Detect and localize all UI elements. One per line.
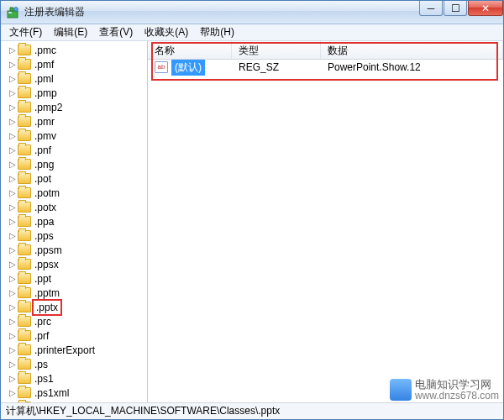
expand-toggle-icon[interactable]: ▷ [8, 160, 18, 169]
tree-item[interactable]: ▷.ps [1, 357, 147, 371]
folder-icon [18, 359, 31, 370]
tree-item[interactable]: ▷.pot [1, 171, 147, 186]
tree-item[interactable]: ▷.ppt [1, 271, 147, 286]
folder-icon [18, 287, 31, 298]
expand-toggle-icon[interactable]: ▷ [8, 145, 18, 155]
menu-help[interactable]: 帮助(H) [195, 24, 239, 41]
tree-item[interactable]: ▷.pmv [1, 129, 147, 143]
expand-toggle-icon[interactable]: ▷ [8, 374, 18, 383]
folder-icon [18, 316, 31, 327]
tree-item[interactable]: ▷.potm [1, 186, 147, 200]
tree-item-label: .pot [34, 173, 51, 185]
tree-item[interactable]: ▷.printerExport [1, 343, 147, 357]
expand-toggle-icon[interactable]: ▷ [8, 131, 18, 140]
list-body[interactable]: (默认)REG_SZPowerPoint.Show.12 [148, 60, 503, 402]
watermark-text: 电脑知识学习网 www.dnzs678.com [415, 379, 499, 402]
expand-toggle-icon[interactable]: ▷ [8, 88, 18, 97]
maximize-icon: ☐ [451, 3, 460, 14]
tree-item-label: .potm [34, 187, 60, 199]
expand-toggle-icon[interactable]: ▷ [8, 388, 18, 397]
tree-item[interactable]: ▷.ps1xml [1, 386, 147, 400]
expand-toggle-icon[interactable]: ▷ [8, 274, 18, 283]
expand-toggle-icon[interactable]: ▷ [8, 117, 18, 126]
folder-icon [18, 302, 31, 312]
folder-icon [18, 45, 31, 55]
tree-item[interactable]: ▷.ppsx [1, 257, 147, 271]
tree-item[interactable]: ▷.ps1 [1, 371, 147, 386]
expand-toggle-icon[interactable]: ▷ [8, 317, 18, 326]
expand-toggle-icon[interactable]: ▷ [8, 288, 18, 297]
close-button[interactable]: ✕ [468, 1, 503, 16]
tree-item-label: .printerExport [34, 344, 95, 356]
expand-toggle-icon[interactable]: ▷ [8, 245, 18, 255]
expand-toggle-icon[interactable]: ▷ [8, 217, 18, 226]
tree-item[interactable]: ▷.pmc [1, 43, 147, 57]
expand-toggle-icon[interactable]: ▷ [8, 331, 18, 340]
minimize-button[interactable]: ─ [419, 1, 443, 16]
expand-toggle-icon[interactable]: ▷ [8, 60, 18, 69]
tree-item[interactable]: ▷.png [1, 157, 147, 171]
expand-toggle-icon[interactable]: ▷ [8, 74, 18, 83]
tree-item[interactable]: ▷.ppsm [1, 243, 147, 257]
tree-item[interactable]: ▷.pmf [1, 57, 147, 71]
tree-item-label: .pmc [34, 45, 56, 56]
tree-item[interactable]: ▷.potx [1, 200, 147, 214]
tree-item[interactable]: ▷.pmp2 [1, 100, 147, 114]
tree-item[interactable]: ▷.pmr [1, 114, 147, 129]
expand-toggle-icon[interactable]: ▷ [8, 102, 18, 112]
expand-toggle-icon[interactable]: ▷ [8, 45, 18, 55]
list-row[interactable]: (默认)REG_SZPowerPoint.Show.12 [148, 60, 503, 75]
folder-icon [18, 330, 31, 341]
tree-item[interactable]: ▷.pptm [1, 286, 147, 300]
expand-toggle-icon[interactable]: ▷ [8, 202, 18, 212]
titlebar[interactable]: 注册表编辑器 ─ ☐ ✕ [1, 1, 503, 24]
expand-toggle-icon[interactable]: ▷ [8, 345, 18, 354]
menu-file[interactable]: 文件(F) [4, 24, 47, 41]
tree-item[interactable]: ▷.ppa [1, 214, 147, 228]
tree-item-label: .potx [34, 202, 56, 213]
folder-icon [18, 73, 31, 84]
tree-item-label: .pmv [34, 130, 56, 142]
tree-item[interactable]: ▷.pps [1, 228, 147, 243]
folder-icon [18, 273, 31, 284]
expand-toggle-icon[interactable]: ▷ [8, 174, 18, 183]
tree-item-label: .pptm [34, 287, 60, 299]
tree-item[interactable]: ▷.pnf [1, 143, 147, 157]
window-controls: ─ ☐ ✕ [418, 1, 503, 18]
column-header-name[interactable]: 名称 [148, 41, 232, 59]
folder-icon [18, 173, 31, 184]
folder-icon [18, 116, 31, 127]
menu-edit[interactable]: 编辑(E) [49, 24, 92, 41]
menu-view[interactable]: 查看(V) [94, 24, 138, 41]
folder-icon [18, 187, 31, 198]
expand-toggle-icon[interactable]: ▷ [8, 260, 18, 269]
expand-toggle-icon[interactable]: ▷ [8, 231, 18, 240]
menubar: 文件(F) 编辑(E) 查看(V) 收藏夹(A) 帮助(H) [1, 24, 503, 41]
tree-item[interactable]: ▷.pmp [1, 86, 147, 100]
value-name: (默认) [171, 60, 205, 76]
watermark-logo-icon [390, 379, 412, 401]
tree-item[interactable]: ▷.pptx [1, 300, 147, 314]
client-area: ▷.pmc▷.pmf▷.pml▷.pmp▷.pmp2▷.pmr▷.pmv▷.pn… [1, 41, 503, 402]
folder-icon [18, 144, 31, 155]
tree-item-label: .pnf [34, 144, 51, 156]
tree-item-label: .pptx [34, 302, 60, 313]
cell-type: REG_SZ [232, 61, 321, 73]
registry-tree[interactable]: ▷.pmc▷.pmf▷.pml▷.pmp▷.pmp2▷.pmr▷.pmv▷.pn… [1, 41, 148, 402]
cell-data: PowerPoint.Show.12 [321, 61, 503, 73]
folder-icon [18, 230, 31, 241]
tree-item[interactable]: ▷.pml [1, 71, 147, 86]
expand-toggle-icon[interactable]: ▷ [8, 188, 18, 197]
tree-item-label: .pml [34, 73, 54, 85]
expand-toggle-icon[interactable]: ▷ [8, 302, 18, 312]
menu-favorites[interactable]: 收藏夹(A) [139, 24, 193, 41]
tree-item[interactable]: ▷.prf [1, 328, 147, 343]
column-header-data[interactable]: 数据 [321, 41, 503, 59]
svg-point-2 [14, 7, 18, 11]
column-header-type[interactable]: 类型 [232, 41, 321, 59]
folder-icon [18, 130, 31, 141]
maximize-button[interactable]: ☐ [444, 1, 467, 16]
folder-icon [18, 244, 31, 255]
expand-toggle-icon[interactable]: ▷ [8, 360, 18, 369]
tree-item[interactable]: ▷.prc [1, 314, 147, 328]
